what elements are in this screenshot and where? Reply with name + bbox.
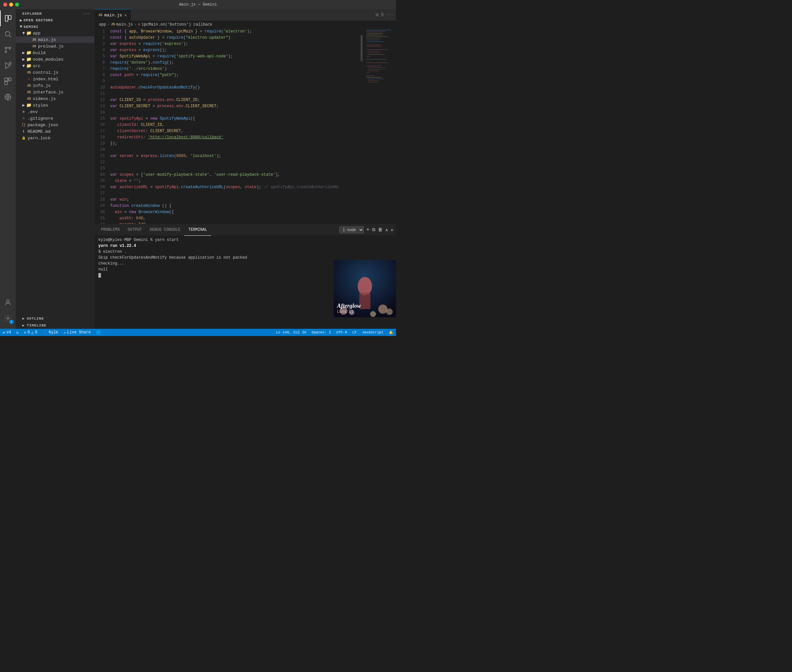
- breadcrumb-sep: ›: [107, 22, 110, 27]
- tab-problems[interactable]: PROBLEMS: [97, 224, 124, 236]
- sidebar-item-info-js[interactable]: JS info.js: [16, 82, 94, 89]
- code-line: clientId: CLIENT_ID,: [110, 122, 360, 128]
- status-remote[interactable]: ⇌ v4: [0, 329, 14, 336]
- code-line: var CLIENT_SECRET = process.env.CLIENT_S…: [110, 103, 360, 109]
- tab-close-button[interactable]: ✕: [124, 13, 127, 18]
- outline-section[interactable]: ▶ OUTLINE: [16, 315, 94, 322]
- activity-source-control[interactable]: [0, 42, 16, 58]
- remote-icon: ⇌: [3, 330, 5, 335]
- status-eol[interactable]: LF: [350, 329, 359, 336]
- code-line: require('../src/videos'): [110, 66, 360, 72]
- line-numbers: 12345 678910 1112131415 1617181920 21222…: [94, 29, 107, 224]
- activity-search[interactable]: [0, 26, 16, 42]
- error-icon: ✕: [24, 330, 26, 335]
- sync-icon: ↻: [16, 330, 19, 335]
- minimize-button[interactable]: [9, 3, 13, 6]
- code-line: [110, 147, 360, 153]
- code-line: state = '';: [110, 178, 360, 184]
- sidebar-item-videos-js[interactable]: JS videos.js: [16, 95, 94, 102]
- breadcrumb-file[interactable]: main.js: [116, 22, 133, 27]
- code-line: var CLIENT_ID = process.env.CLIENT_ID;: [110, 97, 360, 103]
- code-line: const { app, BrowserWindow, ipcMain } = …: [110, 29, 360, 35]
- folder-label: src: [33, 64, 40, 69]
- warning-icon: △: [31, 330, 34, 335]
- gemini-section[interactable]: ▼ GEMINI: [16, 24, 94, 30]
- breadcrumb-symbol[interactable]: ipcMain.on('buttons') callback: [142, 22, 213, 27]
- status-sync[interactable]: ↻: [14, 329, 21, 336]
- sidebar-item-interface-js[interactable]: JS interface.js: [16, 89, 94, 95]
- folder-icon: 📁: [26, 30, 32, 36]
- activity-explorer[interactable]: [0, 11, 16, 26]
- sidebar-item-yarn-lock[interactable]: 🔒 yarn.lock: [16, 135, 94, 141]
- activity-remote[interactable]: [0, 89, 16, 105]
- add-terminal-icon[interactable]: +: [366, 227, 370, 233]
- code-line: win = new BrowserWindow({: [110, 209, 360, 215]
- tab-output[interactable]: OUTPUT: [124, 224, 146, 236]
- encoding-label: UTF-8: [336, 330, 347, 334]
- sidebar-item-index-html[interactable]: ◇ index.html: [16, 76, 94, 82]
- tab-main-js[interactable]: JS main.js ✕: [94, 9, 131, 21]
- breadcrumb-app[interactable]: app: [99, 22, 106, 27]
- activity-settings[interactable]: 1: [0, 310, 16, 326]
- status-notifications[interactable]: 🔔: [386, 329, 396, 336]
- code-line: redirectUri: 'http://localhost:8080/call…: [110, 134, 360, 141]
- split-terminal-icon[interactable]: ⧉: [372, 227, 375, 232]
- sidebar-item-env[interactable]: ⚙ .env: [16, 109, 94, 115]
- kill-terminal-icon[interactable]: 🗑: [378, 227, 382, 232]
- sidebar-item-app[interactable]: ▼ 📁 app: [16, 30, 94, 37]
- code-line: autoUpdater.checkForUpdatesAndNotify(): [110, 85, 360, 91]
- sidebar-item-src[interactable]: ▼ 📁 src: [16, 62, 94, 69]
- sidebar-item-gitignore[interactable]: ⊙ .gitignore: [16, 115, 94, 122]
- sidebar-item-build[interactable]: ▶ 📁 build: [16, 50, 94, 56]
- open-editors-section[interactable]: ▶ OPEN EDITORS: [16, 17, 94, 24]
- sidebar-item-package-json[interactable]: {} package.json: [16, 122, 94, 128]
- status-errors[interactable]: ✕ 0 △ 0: [21, 329, 40, 336]
- close-button[interactable]: [3, 3, 7, 6]
- scrollbar[interactable]: [360, 29, 363, 224]
- status-position[interactable]: Ln 149, Col 36: [274, 329, 309, 336]
- code-content[interactable]: const { app, BrowserWindow, ipcMain } = …: [107, 29, 360, 224]
- activity-account[interactable]: [0, 295, 16, 310]
- folder-icon: 📁: [26, 63, 32, 69]
- tab-debug-console[interactable]: DEBUG CONSOLE: [146, 224, 184, 236]
- close-panel-icon[interactable]: ✕: [391, 227, 394, 233]
- timeline-section[interactable]: ▶ TIMELINE: [16, 322, 94, 329]
- sidebar-item-node-modules[interactable]: ▶ 📁 node_modules: [16, 56, 94, 62]
- music-artist: Luna Li: [337, 309, 361, 314]
- more-actions-icon[interactable]: ···: [386, 13, 394, 18]
- tab-terminal[interactable]: TERMINAL: [184, 224, 211, 236]
- js-file-icon: JS: [26, 83, 32, 88]
- code-line: var spotifyApi = new SpotifyWebApi({: [110, 116, 360, 122]
- status-globe[interactable]: 🌐: [93, 329, 104, 336]
- layout-icon[interactable]: ☰: [381, 13, 384, 18]
- sidebar-item-readme-md[interactable]: ℹ README.md: [16, 128, 94, 135]
- main-area: 1 EXPLORER ··· ▶ OPEN EDITORS ▼ GEMINI: [0, 9, 396, 329]
- breadcrumb-file-icon: JS: [111, 22, 115, 26]
- js-file-icon: JS: [26, 70, 32, 75]
- chevron-right-icon: ▶: [21, 102, 26, 108]
- folder-icon: 📁: [26, 102, 32, 108]
- maximize-button[interactable]: [15, 3, 19, 6]
- status-spaces[interactable]: Spaces: 2: [309, 329, 333, 336]
- file-label: package.json: [27, 123, 58, 128]
- terminal-selector[interactable]: 1: node: [339, 226, 364, 234]
- file-label: preload.js: [38, 44, 64, 49]
- sidebar-item-styles[interactable]: ▶ 📁 styles: [16, 102, 94, 109]
- status-user[interactable]: 👤 Kyle: [40, 329, 61, 336]
- sidebar-item-control-js[interactable]: JS control.js: [16, 69, 94, 76]
- sidebar-item-main-js[interactable]: ▶ JS main.js: [16, 37, 94, 43]
- code-editor[interactable]: 12345 678910 1112131415 1617181920 21222…: [94, 29, 396, 224]
- maximize-panel-icon[interactable]: ∧: [385, 227, 388, 233]
- live-share-icon: ↗: [64, 330, 66, 335]
- sidebar-more-icon[interactable]: ···: [83, 12, 91, 16]
- sidebar-item-preload-js[interactable]: ▶ JS preload.js: [16, 43, 94, 50]
- scrollbar-thumb[interactable]: [361, 35, 363, 61]
- activity-run-debug[interactable]: [0, 58, 16, 74]
- file-label: README.md: [27, 129, 51, 134]
- sidebar-actions[interactable]: ···: [83, 12, 91, 16]
- activity-extensions[interactable]: [0, 74, 16, 89]
- split-editor-icon[interactable]: ⧉: [376, 13, 379, 18]
- status-language[interactable]: JavaScript: [359, 329, 386, 336]
- status-live-share[interactable]: ↗ Live Share: [61, 329, 93, 336]
- status-encoding[interactable]: UTF-8: [334, 329, 350, 336]
